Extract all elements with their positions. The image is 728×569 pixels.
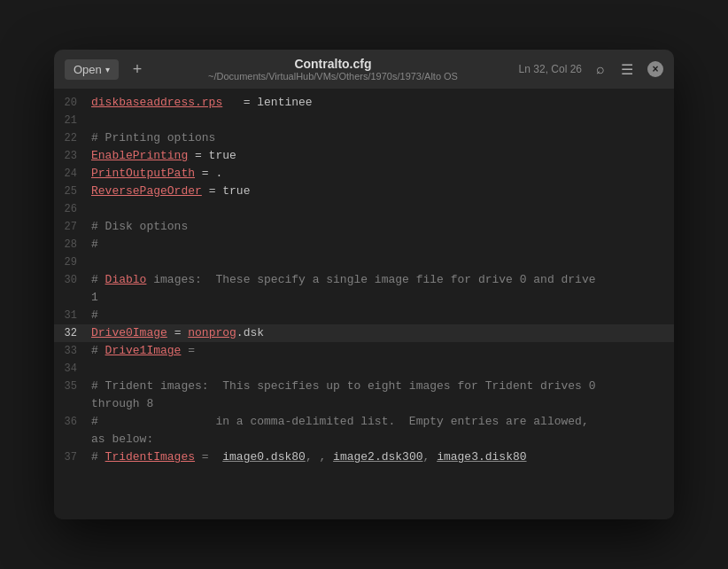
table-row: 32 Drive0Image = nonprog.dsk xyxy=(54,324,674,342)
line-content: # xyxy=(91,236,674,253)
line-number: 33 xyxy=(54,342,91,360)
file-title: Contralto.cfg xyxy=(147,57,518,71)
line-content: PrintOutputPath = . xyxy=(91,165,674,183)
table-row: 24 PrintOutputPath = . xyxy=(54,165,674,183)
table-row: 34 xyxy=(54,360,674,378)
table-row: 27 # Disk options xyxy=(54,218,674,236)
line-content: ReversePageOrder = true xyxy=(91,183,674,200)
line-content: Drive0Image = nonprog.dsk xyxy=(91,324,674,342)
editor-window: Open ▾ + Contralto.cfg ~/Documents/Virtu… xyxy=(54,50,674,519)
line-content: # Trident images: This specifies up to e… xyxy=(91,378,674,395)
close-icon: × xyxy=(652,63,658,75)
line-content: through 8 xyxy=(91,395,674,413)
line-number: 20 xyxy=(54,94,91,112)
line-number: 23 xyxy=(54,147,91,165)
line-number: 25 xyxy=(54,183,91,200)
line-number: 21 xyxy=(54,112,91,129)
table-row: 36 # in a comma-delimited list. Empty en… xyxy=(54,413,674,431)
close-button[interactable]: × xyxy=(647,61,663,77)
cursor-position: Ln 32, Col 26 xyxy=(519,63,582,75)
table-row: through 8 xyxy=(54,395,674,413)
line-number: 30 xyxy=(54,271,91,289)
line-number: 37 xyxy=(54,448,91,466)
table-row: 26 xyxy=(54,200,674,218)
file-path: ~/Documents/VirtualHub/VMs/Others/1970s/… xyxy=(147,71,518,82)
editor-area[interactable]: 20 diskbaseaddress.rps = lentinee 21 22 … xyxy=(54,89,674,519)
line-content: # Printing options xyxy=(91,129,674,147)
line-content: # xyxy=(91,307,674,324)
line-content: # Disk options xyxy=(91,218,674,236)
line-number: 24 xyxy=(54,165,91,183)
titlebar: Open ▾ + Contralto.cfg ~/Documents/Virtu… xyxy=(54,50,674,89)
table-row: 25 ReversePageOrder = true xyxy=(54,183,674,200)
table-row: 20 diskbaseaddress.rps = lentinee xyxy=(54,94,674,112)
table-row: 37 # TridentImages = image0.dsk80, , ima… xyxy=(54,448,674,466)
line-content: # TridentImages = image0.dsk80, , image2… xyxy=(91,448,674,466)
line-number: 29 xyxy=(54,253,91,271)
table-row: as below: xyxy=(54,431,674,448)
table-row: 23 EnablePrinting = true xyxy=(54,147,674,165)
table-row: 29 xyxy=(54,253,674,271)
titlebar-right: Ln 32, Col 26 ⌕ ☰ × xyxy=(519,59,663,80)
table-row: 31 # xyxy=(54,307,674,324)
menu-icon: ☰ xyxy=(621,62,633,77)
line-number: 26 xyxy=(54,200,91,218)
line-number: 34 xyxy=(54,360,91,378)
table-row: 1 xyxy=(54,289,674,307)
open-label: Open xyxy=(74,63,102,76)
line-content: EnablePrinting = true xyxy=(91,147,674,165)
table-row: 21 xyxy=(54,112,674,129)
new-tab-button[interactable]: + xyxy=(128,58,148,81)
code-lines: 20 diskbaseaddress.rps = lentinee 21 22 … xyxy=(54,94,674,466)
plus-icon: + xyxy=(133,60,143,78)
line-number: 32 xyxy=(54,324,91,342)
table-row: 35 # Trident images: This specifies up t… xyxy=(54,378,674,395)
table-row: 28 # xyxy=(54,236,674,253)
chevron-down-icon: ▾ xyxy=(105,65,110,74)
line-number: 31 xyxy=(54,307,91,324)
table-row: 33 # Drive1Image = xyxy=(54,342,674,360)
line-content: # in a comma-delimited list. Empty entri… xyxy=(91,413,674,431)
line-content: 1 xyxy=(91,289,674,307)
line-content: # Diablo images: These specify a single … xyxy=(91,271,674,289)
table-row: 22 # Printing options xyxy=(54,129,674,147)
line-content: diskbaseaddress.rps = lentinee xyxy=(91,94,674,112)
table-row: 30 # Diablo images: These specify a sing… xyxy=(54,271,674,289)
line-content: # Drive1Image = xyxy=(91,342,674,360)
line-number: 22 xyxy=(54,129,91,147)
search-icon: ⌕ xyxy=(596,61,605,76)
open-button[interactable]: Open ▾ xyxy=(65,59,119,80)
line-number: 27 xyxy=(54,218,91,236)
line-number: 35 xyxy=(54,378,91,395)
line-content: as below: xyxy=(91,431,674,448)
line-number: 36 xyxy=(54,413,91,431)
line-number: 28 xyxy=(54,236,91,253)
titlebar-center: Contralto.cfg ~/Documents/VirtualHub/VMs… xyxy=(147,57,518,82)
titlebar-left: Open ▾ + xyxy=(65,58,147,81)
search-button[interactable]: ⌕ xyxy=(594,59,607,79)
menu-button[interactable]: ☰ xyxy=(619,59,635,80)
